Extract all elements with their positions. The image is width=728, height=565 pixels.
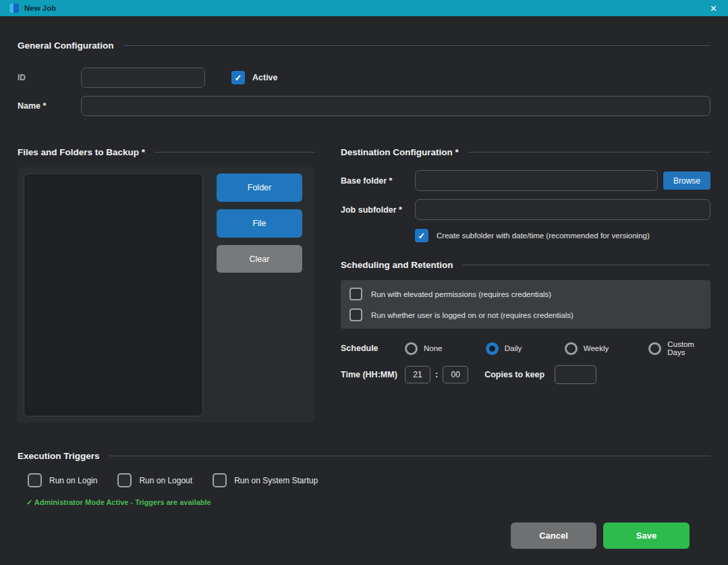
radio-label-none: None	[424, 344, 443, 352]
files-button-column: Folder File Clear	[217, 173, 302, 416]
run-on-system-startup-checkbox-group[interactable]: Run on System Startup	[213, 473, 318, 487]
name-input[interactable]	[81, 96, 710, 116]
divider	[155, 152, 314, 153]
radio-label-custom-days: Custom Days	[667, 340, 710, 356]
execution-triggers-title: Execution Triggers	[18, 451, 100, 461]
radio-icon-custom-days[interactable]	[648, 342, 661, 355]
active-checkbox-checked-icon[interactable]: ✓	[231, 71, 245, 84]
radio-icon-none[interactable]	[405, 342, 418, 355]
active-label: Active	[252, 73, 278, 82]
run-on-system-startup-label: Run on System Startup	[234, 476, 318, 485]
elevated-permissions-checkbox-group[interactable]: Run with elevated permissions (requires …	[349, 288, 702, 300]
clear-button[interactable]: Clear	[217, 245, 302, 273]
job-subfolder-label: Job subfolder *	[341, 205, 415, 215]
elevated-permissions-checkbox[interactable]	[349, 288, 362, 300]
time-hour-input[interactable]	[405, 366, 430, 383]
new-job-dialog: New Job ✕ General Configuration ID ✓ Act…	[0, 0, 728, 565]
run-on-system-startup-checkbox[interactable]	[213, 473, 227, 487]
run-on-login-checkbox-group[interactable]: Run on Login	[28, 473, 97, 487]
files-title: Files and Folders to Backup *	[18, 147, 145, 157]
close-icon[interactable]: ✕	[707, 3, 720, 14]
time-colon: :	[435, 370, 438, 379]
run-on-logout-checkbox-group[interactable]: Run on Logout	[117, 473, 192, 487]
schedule-option-none[interactable]: None	[405, 342, 466, 355]
radio-icon-weekly[interactable]	[565, 342, 578, 355]
divider	[123, 45, 710, 46]
run-on-logout-label: Run on Logout	[139, 476, 192, 485]
files-panel: Folder File Clear	[18, 167, 314, 423]
files-heading: Files and Folders to Backup *	[18, 147, 314, 157]
window-title: New Job	[24, 4, 56, 12]
schedule-row: Schedule None Daily Weekly	[341, 340, 710, 356]
logged-on-checkbox-group[interactable]: Run whether user is logged on or not (re…	[349, 308, 702, 321]
cancel-button[interactable]: Cancel	[511, 522, 596, 549]
schedule-label: Schedule	[341, 344, 405, 353]
divider	[109, 456, 710, 456]
destination-column: Destination Configuration * Base folder …	[341, 147, 710, 423]
subfolder-datetime-checkbox-group[interactable]: ✓ Create subfolder with date/time (recom…	[415, 229, 710, 242]
run-on-login-checkbox[interactable]	[28, 473, 42, 487]
id-label: ID	[18, 73, 81, 82]
job-subfolder-input[interactable]	[415, 199, 710, 220]
admin-mode-status-text: ✓ Administrator Mode Active - Triggers a…	[26, 498, 710, 507]
elevated-permissions-label: Run with elevated permissions (requires …	[371, 290, 551, 298]
copies-to-keep-input[interactable]	[555, 365, 596, 384]
copies-to-keep-label: Copies to keep	[484, 370, 544, 379]
divider	[463, 265, 710, 265]
schedule-option-weekly[interactable]: Weekly	[565, 342, 629, 355]
time-label: Time (HH:MM)	[341, 370, 405, 379]
radio-icon-daily-selected[interactable]	[486, 342, 499, 355]
subfolder-datetime-label: Create subfolder with date/time (recomme…	[437, 232, 650, 240]
id-input[interactable]	[81, 68, 205, 88]
credentials-panel: Run with elevated permissions (requires …	[341, 280, 710, 329]
files-column: Files and Folders to Backup * Folder Fil…	[18, 147, 314, 423]
radio-label-weekly: Weekly	[584, 344, 609, 352]
save-button[interactable]: Save	[603, 522, 690, 549]
name-label: Name *	[18, 101, 81, 111]
base-folder-row: Base folder * Browse	[341, 170, 710, 191]
base-folder-input[interactable]	[415, 170, 658, 191]
execution-triggers-heading: Execution Triggers	[18, 451, 710, 461]
add-file-button[interactable]: File	[217, 209, 302, 238]
middle-columns: Files and Folders to Backup * Folder Fil…	[18, 147, 710, 423]
time-minute-input[interactable]	[443, 366, 468, 383]
triggers-row: Run on Login Run on Logout Run on System…	[28, 473, 710, 487]
subfolder-datetime-checkbox-checked-icon[interactable]: ✓	[415, 229, 428, 242]
general-configuration-title: General Configuration	[18, 41, 114, 51]
add-folder-button[interactable]: Folder	[217, 173, 302, 202]
id-row: ID ✓ Active	[18, 68, 710, 88]
schedule-option-custom-days[interactable]: Custom Days	[648, 340, 710, 356]
job-subfolder-row: Job subfolder *	[341, 199, 710, 220]
radio-label-daily: Daily	[505, 344, 522, 352]
scheduling-title: Scheduling and Retention	[341, 260, 453, 270]
title-bar: New Job ✕	[0, 0, 728, 16]
time-row: Time (HH:MM) : Copies to keep	[341, 365, 710, 384]
base-folder-label: Base folder *	[341, 176, 415, 186]
scheduling-heading: Scheduling and Retention	[341, 260, 710, 270]
browse-button[interactable]: Browse	[663, 171, 710, 190]
backup-items-list[interactable]	[24, 173, 203, 416]
schedule-option-daily[interactable]: Daily	[486, 342, 544, 355]
dialog-content: General Configuration ID ✓ Active Name *…	[0, 16, 728, 565]
logged-on-checkbox[interactable]	[349, 308, 362, 321]
active-checkbox-group[interactable]: ✓ Active	[231, 71, 278, 84]
name-row: Name *	[18, 96, 710, 116]
run-on-logout-checkbox[interactable]	[117, 473, 132, 487]
divider	[468, 152, 710, 153]
logged-on-label: Run whether user is logged on or not (re…	[371, 311, 573, 319]
general-configuration-heading: General Configuration	[18, 41, 710, 51]
app-icon	[9, 3, 19, 13]
destination-title: Destination Configuration *	[341, 147, 459, 157]
run-on-login-label: Run on Login	[49, 476, 97, 485]
destination-heading: Destination Configuration *	[341, 147, 710, 157]
footer-actions: Cancel Save	[18, 522, 710, 549]
